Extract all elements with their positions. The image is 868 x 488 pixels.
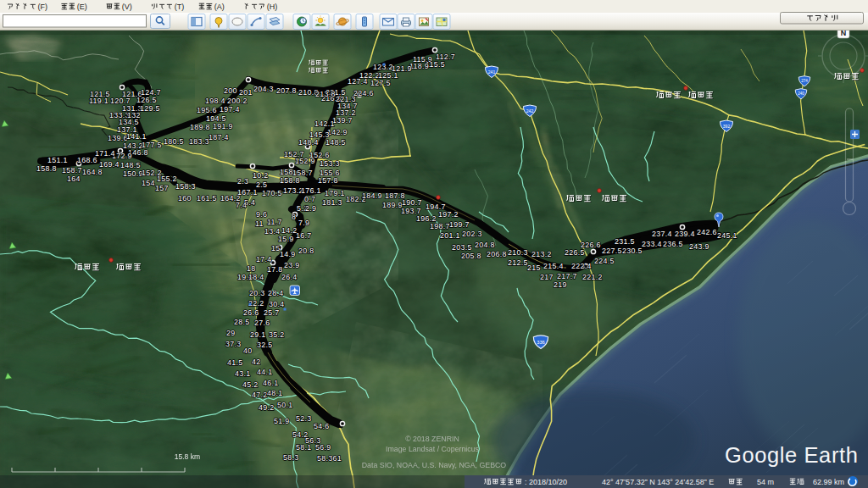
svg-text:236.5: 236.5 [663, 240, 683, 248]
svg-text:58.1: 58.1 [296, 443, 311, 452]
svg-text:200: 200 [224, 86, 237, 95]
svg-text:392: 392 [723, 124, 731, 129]
svg-text:212.5: 212.5 [508, 258, 528, 267]
svg-text:119.1: 119.1 [89, 97, 108, 105]
svg-text:56.9: 56.9 [315, 443, 331, 452]
svg-text:226.5: 226.5 [565, 248, 585, 257]
svg-text:58.3: 58.3 [283, 453, 298, 462]
svg-text:46.1: 46.1 [263, 379, 278, 387]
svg-text:14.2: 14.2 [281, 226, 297, 235]
svg-text:217: 217 [540, 273, 554, 281]
svg-text:26.4: 26.4 [281, 273, 297, 281]
svg-text:42° 47’57.32” N 143° 24’42.: 42° 47’57.32” N 143° 24’42.58” E [602, 478, 714, 486]
svg-text:142.1: 142.1 [314, 119, 335, 128]
svg-text:40: 40 [243, 347, 252, 355]
svg-text:183.3: 183.3 [189, 137, 209, 146]
svg-text:45.2: 45.2 [242, 380, 258, 389]
svg-text:35.2: 35.2 [269, 330, 284, 339]
svg-text:Data SIO, NOAA, U.S. Navy, NGA: Data SIO, NOAA, U.S. Navy, NGA, GEBCO [362, 461, 507, 469]
svg-text:226.6: 226.6 [581, 241, 601, 249]
svg-text:203.5: 203.5 [452, 243, 472, 252]
svg-text:54 m: 54 m [757, 478, 774, 486]
svg-text:41.5: 41.5 [227, 358, 242, 367]
svg-text:189.8: 189.8 [190, 123, 210, 131]
svg-text:27.6: 27.6 [254, 319, 270, 327]
svg-text:11.7: 11.7 [267, 218, 282, 226]
svg-text:170.5: 170.5 [262, 189, 282, 197]
svg-text:215: 215 [527, 263, 541, 272]
svg-text:233.4: 233.4 [642, 240, 662, 248]
svg-text:© 2018 ZENRIN: © 2018 ZENRIN [405, 435, 459, 443]
svg-text:224.5: 224.5 [594, 257, 615, 265]
svg-text:139.7: 139.7 [332, 116, 353, 125]
svg-text:52.3: 52.3 [296, 414, 311, 423]
svg-text:201: 201 [239, 88, 253, 97]
svg-text:217.7: 217.7 [557, 272, 577, 280]
svg-text:227.5: 227.5 [602, 247, 622, 255]
svg-text:129.5: 129.5 [140, 104, 160, 113]
svg-text:180.5: 180.5 [164, 137, 184, 146]
svg-text:2.5: 2.5 [256, 180, 267, 189]
svg-text:(E): (E) [77, 3, 87, 11]
svg-text:(A): (A) [214, 3, 225, 11]
svg-text:197.2: 197.2 [438, 210, 459, 219]
svg-text:219: 219 [554, 280, 567, 289]
svg-text:141.1: 141.1 [126, 132, 147, 141]
svg-text:158.8: 158.8 [280, 176, 300, 185]
svg-text:155.2: 155.2 [157, 175, 177, 183]
svg-text:62.99 km: 62.99 km [813, 478, 844, 486]
svg-text:198.7: 198.7 [430, 222, 450, 230]
svg-text:(V): (V) [122, 3, 132, 11]
svg-text:2.3: 2.3 [237, 177, 248, 186]
svg-text:336: 336 [537, 340, 545, 345]
svg-text:207.8: 207.8 [276, 86, 297, 95]
svg-text:17.4: 17.4 [256, 255, 271, 263]
svg-text:30.4: 30.4 [269, 300, 284, 308]
svg-text:48.1: 48.1 [267, 389, 282, 397]
svg-text:153.3: 153.3 [320, 159, 340, 168]
svg-text:154: 154 [142, 179, 155, 187]
svg-text:Google Earth: Google Earth [725, 443, 858, 467]
svg-text:29: 29 [226, 329, 235, 337]
svg-text:210.3: 210.3 [508, 248, 528, 257]
svg-text:44.1: 44.1 [257, 368, 272, 376]
svg-text:(T): (T) [175, 3, 185, 11]
svg-text:187.4: 187.4 [209, 133, 229, 141]
svg-text:213.2: 213.2 [531, 250, 552, 258]
svg-text:158: 158 [280, 168, 293, 176]
svg-text:(H): (H) [267, 3, 278, 11]
svg-text:28.5: 28.5 [234, 318, 249, 326]
svg-text:160: 160 [178, 194, 192, 202]
svg-text:126.5: 126.5 [136, 96, 157, 104]
svg-text:8: 8 [292, 213, 296, 221]
svg-text:150.9: 150.9 [123, 169, 143, 178]
svg-text:197.4: 197.4 [220, 105, 240, 114]
svg-text:28.4: 28.4 [268, 289, 283, 297]
svg-text:206.8: 206.8 [487, 250, 507, 258]
svg-text:9.6: 9.6 [256, 210, 267, 219]
svg-text:: 2018/10/20: : 2018/10/20 [525, 478, 567, 486]
svg-text:239.4: 239.4 [675, 230, 695, 238]
svg-text:51.9: 51.9 [274, 417, 289, 425]
svg-text:32.5: 32.5 [257, 341, 272, 349]
svg-text:171.4: 171.4 [95, 149, 115, 158]
svg-text:20.3: 20.3 [249, 289, 264, 297]
svg-text:37.3: 37.3 [225, 340, 241, 348]
svg-text:198.4: 198.4 [205, 97, 225, 105]
svg-text:179.1: 179.1 [325, 189, 345, 197]
svg-text:15.8 km: 15.8 km [175, 452, 200, 461]
svg-text:142.9: 142.9 [327, 128, 348, 136]
svg-text:231.5: 231.5 [615, 237, 635, 246]
svg-text:29.1: 29.1 [250, 330, 265, 339]
svg-text:152.9: 152.9 [295, 157, 315, 165]
svg-text:58.361: 58.361 [317, 454, 342, 463]
svg-text:205.8: 205.8 [461, 252, 481, 260]
svg-text:127.5: 127.5 [370, 79, 391, 87]
svg-text:16.7: 16.7 [296, 231, 311, 240]
svg-text:49.2: 49.2 [259, 403, 274, 412]
svg-text:25.7: 25.7 [264, 308, 279, 317]
svg-text:161.5: 161.5 [197, 194, 217, 202]
svg-text:241: 241 [488, 69, 496, 75]
svg-text:240: 240 [798, 92, 804, 96]
svg-text:181.3: 181.3 [322, 198, 342, 207]
